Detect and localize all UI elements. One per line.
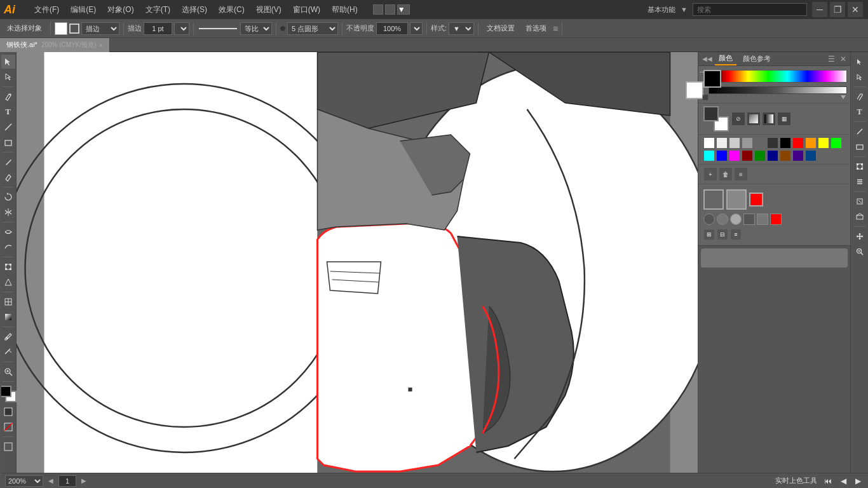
panel-fg-box[interactable] [703,106,719,121]
stroke-swatch[interactable] [69,24,79,34]
panel-options-icon[interactable]: ☰ [828,55,835,64]
swatch-darkred[interactable] [742,150,753,161]
preferences-button[interactable]: 首选项 [521,22,551,35]
circle-swatch-3[interactable] [730,214,742,225]
swatch-yellow[interactable] [818,137,829,149]
swatch-red[interactable] [792,137,804,149]
swatch-purple[interactable] [792,150,804,161]
swatch-teal[interactable] [805,150,817,161]
circle-swatch-2[interactable] [717,214,728,225]
fr-scroll-tool[interactable] [853,229,867,243]
playback-prev[interactable]: ◀ [839,477,848,485]
reflect-tool[interactable] [1,205,15,219]
playback-next[interactable]: ▶ [853,477,863,485]
zoom-tool[interactable] [1,365,15,379]
pen-tool[interactable] [1,90,15,104]
restore-button[interactable]: ❐ [830,2,845,17]
fr-align-tool[interactable] [853,175,867,189]
style-select[interactable]: ▼ [449,22,474,35]
menu-text[interactable]: 文字(T) [140,3,175,17]
shape-tool[interactable] [1,135,15,149]
stroke-weight-input[interactable] [144,22,172,35]
foreground-color-box[interactable] [0,386,11,397]
point-shape-select[interactable]: 5 点圆形 [287,22,338,35]
nav-next-icon[interactable]: ▶ [81,477,86,484]
fg-color-box[interactable] [703,70,721,88]
type-tool[interactable]: T [1,105,15,119]
fr-type-tool[interactable]: T [853,105,867,119]
delete-swatch-button[interactable]: 🗑 [719,167,733,181]
swatch-magenta[interactable] [729,150,740,161]
fr-transform-tool[interactable] [853,159,867,173]
selection-tool[interactable] [1,55,15,69]
color-gradient-slider[interactable] [709,86,847,94]
none-color-button[interactable]: ⊘ [731,112,745,126]
stroke-select[interactable]: 描边 [81,22,119,35]
fr-shape-tool[interactable] [853,140,867,154]
close-button[interactable]: ✕ [848,2,863,17]
swatch-white[interactable] [703,137,715,149]
vertical-scrollbar[interactable] [701,248,848,254]
fill-tool[interactable] [1,405,15,419]
large-color-box-2[interactable] [726,189,747,210]
pencil-tool[interactable] [1,155,15,169]
solid-color-button[interactable] [747,112,761,126]
swatch-darkgray[interactable] [767,137,778,149]
measure-tool[interactable] [1,345,15,359]
swatch-gray3[interactable] [754,137,766,149]
panel-collapse-left[interactable]: ◀◀ [702,55,712,62]
panel-close-icon[interactable]: ✕ [840,55,846,64]
swatch-blue[interactable] [716,150,728,161]
mesh-tool[interactable] [1,295,15,309]
fr-magnify-tool[interactable] [853,245,867,259]
gradient-color-button[interactable] [762,112,776,126]
nav-prev-icon[interactable]: ◀ [48,477,53,484]
perspective-grid-tool[interactable] [1,275,15,289]
minimize-button[interactable]: ─ [812,2,827,17]
change-screen-mode[interactable] [1,440,15,454]
color-gradient-bar[interactable] [709,70,847,83]
line-tool[interactable] [1,120,15,134]
tab-close-button[interactable]: × [99,41,103,49]
menu-view[interactable]: 视图(V) [251,3,287,17]
swatch-gray1[interactable] [729,137,740,149]
none-fill-tool[interactable] [1,420,15,434]
pattern-color-button[interactable]: ▦ [777,112,791,126]
new-swatch-button[interactable]: + [703,167,717,181]
opacity-select[interactable]: ▼ [410,22,423,35]
eyedropper-tool[interactable] [1,330,15,344]
eraser-tool[interactable] [1,170,15,184]
bg-color-box[interactable] [686,81,703,99]
playback-begin[interactable]: ⏮ [822,477,834,485]
swap-colors-icon[interactable]: ↔ [699,69,705,75]
color-opt-btn-1[interactable]: ⊞ [703,229,715,240]
menu-window[interactable]: 窗口(W) [288,3,325,17]
menu-edit[interactable]: 编辑(E) [65,3,101,17]
gradient-tool[interactable] [1,310,15,324]
menu-help[interactable]: 帮助(H) [327,3,363,17]
document-tab[interactable]: 钢铁侠.ai* 200% (CMYK/预览) × [0,38,110,52]
free-transform-tool[interactable] [1,260,15,274]
swatch-gray2[interactable] [742,137,753,149]
warp-tool[interactable] [1,240,15,254]
width-tool[interactable] [1,225,15,239]
square-swatch-red[interactable] [770,214,782,225]
swatch-black[interactable] [780,137,791,149]
large-color-box-1[interactable] [703,189,724,210]
dash-select[interactable]: 等比 [240,22,272,35]
stroke-type-select[interactable]: ▼ [174,22,189,35]
swatch-darkblue[interactable] [767,150,778,161]
swatch-green[interactable] [831,137,842,149]
swatch-cyan[interactable] [703,150,715,161]
fill-swatch[interactable] [55,22,67,35]
extra-options-icon[interactable]: ≡ [553,24,558,34]
fr-zoom-tool[interactable] [853,210,867,224]
scrollbar-thumb[interactable] [701,248,848,268]
rotate-tool[interactable] [1,190,15,204]
menu-object[interactable]: 对象(O) [102,3,139,17]
square-swatch-5[interactable] [757,214,768,225]
color-panel-tab[interactable]: 颜色 [715,52,736,65]
direct-selection-tool[interactable] [1,70,15,84]
circle-swatch-1[interactable] [703,214,715,225]
swatch-lightgray[interactable] [716,137,728,149]
